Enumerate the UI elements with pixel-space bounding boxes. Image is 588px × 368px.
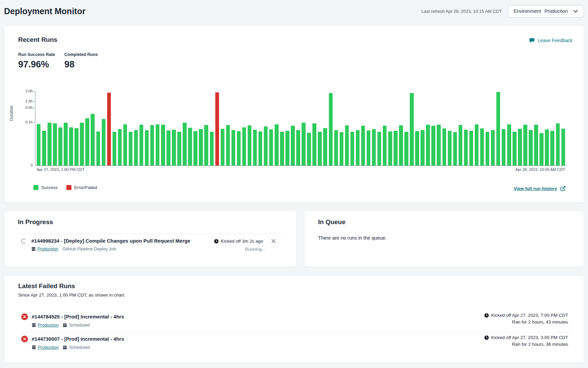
run-bar-success[interactable] xyxy=(145,130,149,165)
run-bar-success[interactable] xyxy=(237,131,241,165)
run-bar-success[interactable] xyxy=(253,130,257,166)
run-bar-success[interactable] xyxy=(280,132,284,165)
run-bar-success[interactable] xyxy=(372,129,376,165)
run-bar-success[interactable] xyxy=(48,123,51,165)
run-bar-success[interactable] xyxy=(383,126,386,165)
run-bar-success[interactable] xyxy=(85,118,89,165)
run-bar-success[interactable] xyxy=(399,125,403,165)
run-bar-success[interactable] xyxy=(210,132,214,166)
run-bar-success[interactable] xyxy=(156,124,159,165)
run-bar-success[interactable] xyxy=(334,130,338,165)
run-bar-success[interactable] xyxy=(183,123,186,165)
run-bar-success[interactable] xyxy=(285,131,289,165)
run-bar-success[interactable] xyxy=(188,128,192,165)
run-bar-success[interactable] xyxy=(486,132,489,166)
run-bar-success[interactable] xyxy=(166,130,170,165)
run-bar-success[interactable] xyxy=(539,133,543,166)
run-bar-success[interactable] xyxy=(367,130,370,165)
run-bar-success[interactable] xyxy=(502,129,505,165)
run-bar-success[interactable] xyxy=(561,129,565,165)
run-bar-success[interactable] xyxy=(350,132,354,165)
run-bar-success[interactable] xyxy=(377,132,381,165)
run-bar-success[interactable] xyxy=(534,125,538,165)
run-bar-success[interactable] xyxy=(64,123,67,165)
run-bar-success[interactable] xyxy=(453,132,457,165)
run-bar-success[interactable] xyxy=(545,129,549,165)
close-icon[interactable] xyxy=(271,239,276,244)
environment-dropdown[interactable]: Environment Production xyxy=(508,5,584,18)
run-bar-success[interactable] xyxy=(426,125,430,165)
run-bar-success[interactable] xyxy=(361,126,365,165)
run-bar-success[interactable] xyxy=(415,131,419,165)
run-bar-success[interactable] xyxy=(172,130,176,166)
run-bar-success[interactable] xyxy=(421,130,424,165)
run-bar-success[interactable] xyxy=(193,131,197,165)
run-bar-success[interactable] xyxy=(123,124,127,165)
run-bar-success[interactable] xyxy=(318,132,321,165)
run-bar-success[interactable] xyxy=(312,123,316,165)
run-bar-success[interactable] xyxy=(356,130,360,165)
run-bar-success[interactable] xyxy=(42,131,46,165)
run-bar-success[interactable] xyxy=(269,129,273,165)
run-bar-failed[interactable] xyxy=(107,93,111,165)
run-bar-success[interactable] xyxy=(410,93,413,165)
run-bar-success[interactable] xyxy=(491,130,495,165)
run-bar-success[interactable] xyxy=(69,127,73,165)
run-bar-success[interactable] xyxy=(431,126,435,165)
run-bar-success[interactable] xyxy=(523,125,527,165)
environment-link[interactable]: Production xyxy=(32,323,59,328)
run-bar-success[interactable] xyxy=(199,129,203,165)
run-bar-success[interactable] xyxy=(242,127,246,165)
run-bar-success[interactable] xyxy=(150,125,154,165)
run-bar-success[interactable] xyxy=(53,123,57,165)
run-bar-success[interactable] xyxy=(464,130,468,166)
run-bar-success[interactable] xyxy=(58,127,62,165)
run-bar-success[interactable] xyxy=(37,124,40,165)
run-bar-success[interactable] xyxy=(475,124,478,165)
run-bar-success[interactable] xyxy=(518,129,522,165)
run-bar-success[interactable] xyxy=(204,125,208,165)
run-bar-failed[interactable] xyxy=(215,92,219,165)
run-bar-success[interactable] xyxy=(442,128,446,165)
run-bar-success[interactable] xyxy=(226,125,230,165)
run-bar-success[interactable] xyxy=(258,131,262,165)
run-bar-success[interactable] xyxy=(329,93,333,165)
run-bar-success[interactable] xyxy=(161,125,165,165)
run-bar-success[interactable] xyxy=(275,124,278,165)
environment-link[interactable]: Production xyxy=(32,345,59,350)
run-bar-success[interactable] xyxy=(394,131,397,165)
run-bar-success[interactable] xyxy=(291,126,295,165)
run-bar-success[interactable] xyxy=(302,123,305,165)
run-bar-success[interactable] xyxy=(221,129,224,165)
run-bar-success[interactable] xyxy=(177,132,181,165)
run-bar-success[interactable] xyxy=(102,119,105,165)
view-full-run-history-link[interactable]: View full run history xyxy=(514,186,566,191)
run-bar-success[interactable] xyxy=(118,129,122,165)
run-bar-success[interactable] xyxy=(91,114,94,165)
run-bar-success[interactable] xyxy=(480,128,484,165)
run-bar-success[interactable] xyxy=(113,132,116,166)
run-bar-success[interactable] xyxy=(388,131,392,165)
run-bar-success[interactable] xyxy=(529,130,532,165)
run-bar-success[interactable] xyxy=(248,125,251,165)
run-bar-success[interactable] xyxy=(507,124,511,165)
run-bar-success[interactable] xyxy=(74,128,78,165)
run-bar-success[interactable] xyxy=(296,130,300,165)
run-bar-success[interactable] xyxy=(345,125,349,165)
run-bar-success[interactable] xyxy=(496,92,500,165)
run-bar-success[interactable] xyxy=(437,125,440,165)
environment-link[interactable]: Production xyxy=(31,246,58,251)
run-bar-success[interactable] xyxy=(513,132,516,166)
run-bar-success[interactable] xyxy=(134,130,138,165)
run-bar-success[interactable] xyxy=(469,131,473,165)
run-bar-success[interactable] xyxy=(448,131,452,165)
run-bar-success[interactable] xyxy=(459,125,462,165)
leave-feedback-link[interactable]: Leave Feedback xyxy=(529,37,572,43)
run-bar-success[interactable] xyxy=(556,123,560,165)
run-bar-success[interactable] xyxy=(550,131,554,165)
run-bar-success[interactable] xyxy=(323,128,327,165)
run-bar-success[interactable] xyxy=(340,132,343,165)
run-bar-success[interactable] xyxy=(129,132,132,166)
run-bar-success[interactable] xyxy=(140,125,143,165)
run-bar-success[interactable] xyxy=(80,123,84,166)
